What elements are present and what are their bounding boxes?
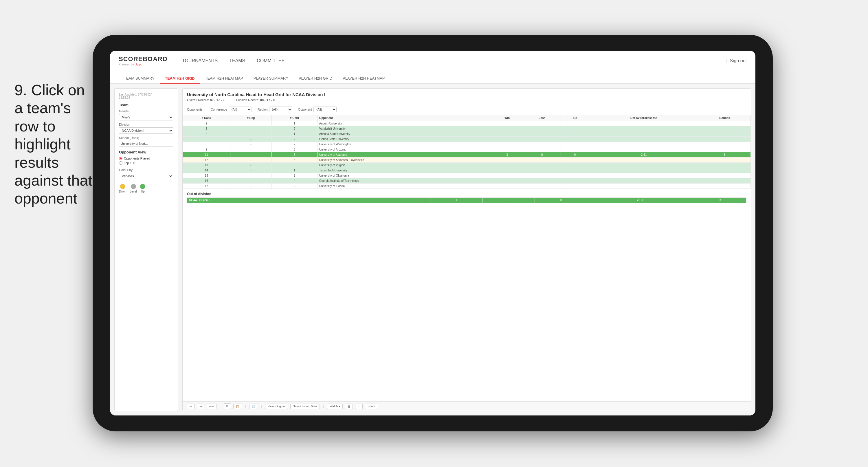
sidebar-last-updated: Last Updated: 27/03/2024 16:55:38: [119, 93, 174, 99]
cell-opponent: University of Oklahoma: [317, 173, 491, 178]
cell-opponent: Texas Tech University: [317, 168, 491, 173]
export-btn[interactable]: ⤓: [355, 404, 363, 409]
cell-opponent: University of Washington: [317, 142, 491, 147]
sub-nav-team-h2h-grid[interactable]: TEAM H2H GRID: [160, 73, 200, 84]
cell-tie: [561, 157, 589, 163]
cell-conf: 2: [272, 183, 317, 189]
redo-btn[interactable]: ↪: [197, 404, 204, 409]
logo-area: SCOREBOARD Powered by clippd: [119, 55, 167, 66]
copy-btn[interactable]: ⧉: [224, 403, 231, 409]
cell-rounds: [699, 137, 750, 142]
radio-top100[interactable]: Top 100: [119, 161, 174, 165]
opponent-view-section: Opponent View Opponents Played Top 100: [119, 150, 174, 165]
division-win: 1: [430, 198, 483, 203]
cell-rounds: [699, 132, 750, 137]
table-row[interactable]: 8 - 2 University of Washington: [183, 142, 751, 147]
radio-opponents-input[interactable]: [119, 157, 122, 160]
opponent-select[interactable]: (All): [313, 107, 337, 112]
sub-nav-player-h2h-heatmap[interactable]: PLAYER H2H HEATMAP: [338, 73, 390, 84]
radio-top100-input[interactable]: [119, 161, 122, 165]
grid-title: University of North Carolina Head-to-Hea…: [187, 92, 746, 97]
conference-select[interactable]: (All): [229, 107, 252, 112]
table-row[interactable]: 3 - 2 Vanderbilt University: [183, 126, 751, 132]
cell-conf: 1: [272, 132, 317, 137]
cell-conf: 4: [272, 178, 317, 183]
undo-btn[interactable]: ↩: [187, 404, 194, 409]
cell-reg: -: [230, 163, 272, 168]
logo-scoreboard: SCOREBOARD: [119, 55, 167, 63]
cell-reg: -: [230, 183, 272, 189]
watch-btn[interactable]: Watch ▾: [327, 404, 343, 409]
table-row[interactable]: 4 - 1 Arizona State University: [183, 132, 751, 137]
table-row[interactable]: 6 - 2 Florida State University: [183, 137, 751, 142]
colour-level-dot: [131, 184, 136, 189]
cell-reg: -: [230, 178, 272, 183]
share-btn[interactable]: Share: [365, 404, 378, 409]
tablet-device: SCOREBOARD Powered by clippd TOURNAMENTS…: [93, 35, 773, 431]
cell-rank: 14: [183, 168, 230, 173]
division-row[interactable]: NCAA Division II 1 0 0 26.00 3: [187, 198, 746, 203]
col-tie: Tie: [561, 115, 589, 121]
cell-rank: 4: [183, 132, 230, 137]
table-row[interactable]: 16 - 4 Georgia Institute of Technology: [183, 178, 751, 183]
table-row[interactable]: 9 - 3 University of Arizona: [183, 147, 751, 152]
sub-nav-team-summary[interactable]: TEAM SUMMARY: [119, 73, 160, 84]
layout-btn[interactable]: ▦: [345, 404, 353, 409]
nav-committee[interactable]: COMMITTEE: [257, 57, 284, 65]
sidebar-school-value[interactable]: University of Nort...: [119, 141, 174, 146]
table-row[interactable]: 15 - 2 University of Oklahoma: [183, 173, 751, 178]
cell-win: [491, 147, 523, 152]
cell-rounds: 8: [699, 152, 750, 157]
sidebar-gender-label: Gender: [119, 110, 174, 113]
cell-conf: 6: [272, 157, 317, 163]
cell-diff: [589, 126, 699, 132]
table-row[interactable]: 12 - 6 University of Arkansas, Fayettevi…: [183, 157, 751, 163]
clock-btn[interactable]: 🕐: [249, 404, 258, 409]
reset-btn[interactable]: ↩↩: [207, 404, 216, 409]
sub-nav-player-summary[interactable]: PLAYER SUMMARY: [248, 73, 293, 84]
cell-win: [491, 178, 523, 183]
view-original-btn[interactable]: View: Original: [265, 404, 288, 409]
table-row[interactable]: 11 - 5 University of Alabama 3 0 0 2.61 …: [183, 152, 751, 157]
cell-rank: 2: [183, 121, 230, 126]
table-row[interactable]: 17 - 2 University of Florida: [183, 183, 751, 189]
sub-nav-player-h2h-grid[interactable]: PLAYER H2H GRID: [293, 73, 338, 84]
cell-rounds: [699, 168, 750, 173]
cell-win: [491, 142, 523, 147]
cell-win: [491, 126, 523, 132]
nav-teams[interactable]: TEAMS: [229, 57, 245, 65]
table-row[interactable]: 14 - 1 Texas Tech University: [183, 168, 751, 173]
cell-win: [491, 137, 523, 142]
colour-up-dot: [140, 184, 145, 189]
paste-btn[interactable]: 📋: [233, 404, 242, 409]
cell-win: [491, 163, 523, 168]
cell-reg: -: [230, 168, 272, 173]
main-content: Last Updated: 27/03/2024 16:55:38 Team G…: [110, 84, 755, 415]
cell-diff: [589, 132, 699, 137]
cell-diff: [589, 178, 699, 183]
cell-diff: [589, 183, 699, 189]
table-row[interactable]: 2 - 1 Auburn University: [183, 121, 751, 126]
colour-by-select[interactable]: Win/loss: [119, 173, 174, 179]
cell-opponent: University of Virginia: [317, 163, 491, 168]
cell-win: [491, 157, 523, 163]
sidebar-gender-select[interactable]: Men's: [119, 114, 174, 120]
col-rank: # Rank: [183, 115, 230, 121]
sub-nav-team-h2h-heatmap[interactable]: TEAM H2H HEATMAP: [200, 73, 248, 84]
cell-rounds: [699, 142, 750, 147]
nav-sign-in[interactable]: Sign out: [730, 58, 747, 63]
table-row[interactable]: 13 - 3 University of Virginia: [183, 163, 751, 168]
cell-diff: [589, 173, 699, 178]
cell-diff: [589, 147, 699, 152]
nav-tournaments[interactable]: TOURNAMENTS: [182, 57, 218, 65]
radio-opponents-played[interactable]: Opponents Played: [119, 157, 174, 160]
grid-table: # Rank # Reg # Conf Opponent Win Loss Ti…: [183, 115, 751, 189]
cell-conf: 2: [272, 137, 317, 142]
tablet-screen: SCOREBOARD Powered by clippd TOURNAMENTS…: [110, 51, 755, 415]
cell-conf: 2: [272, 142, 317, 147]
sidebar-division-select[interactable]: NCAA Division I: [119, 127, 174, 134]
division-rounds: 3: [694, 198, 746, 203]
region-select[interactable]: (All): [269, 107, 292, 112]
cell-loss: [523, 137, 561, 142]
save-custom-btn[interactable]: Save Custom View: [290, 404, 320, 409]
